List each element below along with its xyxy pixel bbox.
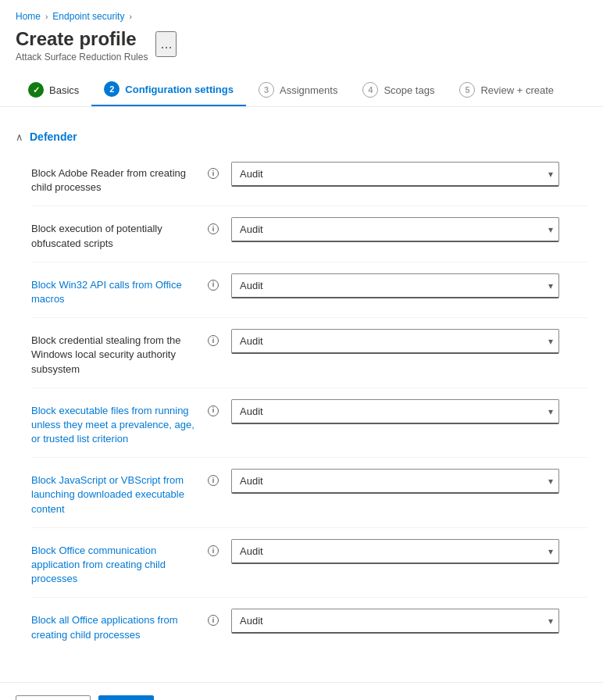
step-circle-basics: ✓ (28, 82, 44, 98)
section-chevron: ∧ (16, 131, 23, 143)
setting-row-3: Block credential stealing from the Windo… (31, 318, 587, 388)
wizard-nav: ✓ Basics 2 Configuration settings 3 Assi… (0, 72, 603, 107)
content-area: ∧ Defender Block Adobe Reader from creat… (0, 107, 603, 669)
setting-row-7: Block all Office applications from creat… (31, 598, 587, 652)
setting-label-2: Block Win32 API calls from Office macros… (31, 273, 219, 306)
setting-row-5: Block JavaScript or VBScript from launch… (31, 458, 587, 528)
setting-label-text-3: Block credential stealing from the Windo… (31, 334, 205, 377)
setting-control-4: Not configured Audit Block Warn Disable … (231, 399, 587, 424)
wizard-step-scope[interactable]: 4 Scope tags (350, 73, 447, 105)
step-circle-config: 2 (104, 81, 120, 97)
dropdown-wrapper-4: Not configured Audit Block Warn Disable … (231, 399, 559, 424)
info-icon-7[interactable]: i (208, 615, 219, 626)
setting-label-text-6: Block Office communication application f… (31, 544, 205, 587)
wizard-step-basics[interactable]: ✓ Basics (16, 73, 91, 105)
setting-label-3: Block credential stealing from the Windo… (31, 329, 219, 377)
step-circle-review: 5 (459, 82, 475, 98)
setting-label-5: Block JavaScript or VBScript from launch… (31, 469, 219, 516)
dropdown-2[interactable]: Not configured Audit Block Warn Disable (231, 273, 559, 298)
breadcrumb-home[interactable]: Home (16, 11, 41, 22)
step-label-assignments: Assignments (280, 84, 337, 96)
wizard-step-config[interactable]: 2 Configuration settings (91, 72, 246, 106)
settings-list: Block Adobe Reader from creating child p… (31, 151, 587, 653)
setting-label-4: Block executable files from running unle… (31, 399, 219, 447)
setting-control-0: Not configured Audit Block Warn Disable … (231, 162, 587, 187)
setting-row-1: Block execution of potentially obfuscate… (31, 206, 587, 262)
page-subtitle: Attack Surface Reduction Rules (16, 52, 148, 62)
setting-row-2: Block Win32 API calls from Office macros… (31, 262, 587, 318)
breadcrumb: Home › Endpoint security › (0, 0, 603, 25)
setting-control-6: Not configured Audit Block Warn Disable … (231, 539, 587, 564)
setting-label-text-2: Block Win32 API calls from Office macros (31, 278, 205, 306)
info-icon-2[interactable]: i (208, 280, 219, 291)
setting-label-text-5: Block JavaScript or VBScript from launch… (31, 473, 205, 516)
step-circle-scope: 4 (362, 82, 378, 98)
setting-control-1: Not configured Audit Block Warn Disable … (231, 217, 587, 242)
next-button[interactable]: Next (98, 695, 154, 700)
setting-label-text-0: Block Adobe Reader from creating child p… (31, 166, 205, 195)
setting-label-text-7: Block all Office applications from creat… (31, 613, 205, 641)
breadcrumb-sep-1: › (45, 12, 48, 21)
breadcrumb-sep-2: › (129, 12, 131, 21)
setting-control-3: Not configured Audit Block Warn Disable … (231, 329, 587, 354)
step-label-review: Review + create (480, 84, 554, 96)
info-icon-4[interactable]: i (208, 405, 219, 416)
dropdown-1[interactable]: Not configured Audit Block Warn Disable (231, 217, 559, 242)
dropdown-wrapper-2: Not configured Audit Block Warn Disable … (231, 273, 559, 298)
dropdown-4[interactable]: Not configured Audit Block Warn Disable (231, 399, 559, 424)
setting-row-4: Block executable files from running unle… (31, 388, 587, 459)
info-icon-6[interactable]: i (208, 545, 219, 556)
page-header: Create profile Attack Surface Reduction … (0, 25, 603, 72)
setting-label-text-4: Block executable files from running unle… (31, 404, 205, 447)
section-header-defender[interactable]: ∧ Defender (16, 123, 587, 151)
section-title: Defender (30, 130, 77, 143)
dropdown-wrapper-5: Not configured Audit Block Warn Disable … (231, 469, 559, 494)
breadcrumb-endpoint-security[interactable]: Endpoint security (52, 11, 124, 22)
wizard-step-review[interactable]: 5 Review + create (447, 73, 566, 105)
setting-label-6: Block Office communication application f… (31, 539, 219, 587)
wizard-step-assignments[interactable]: 3 Assignments (246, 73, 350, 105)
dropdown-wrapper-7: Not configured Audit Block Warn Disable … (231, 609, 559, 634)
info-icon-5[interactable]: i (208, 475, 219, 486)
step-circle-assignments: 3 (259, 82, 274, 98)
info-icon-1[interactable]: i (208, 223, 219, 234)
dropdown-wrapper-1: Not configured Audit Block Warn Disable … (231, 217, 559, 242)
setting-control-2: Not configured Audit Block Warn Disable … (231, 273, 587, 298)
page-wrapper: Home › Endpoint security › Create profil… (0, 0, 603, 700)
dropdown-7[interactable]: Not configured Audit Block Warn Disable (231, 609, 559, 634)
setting-control-7: Not configured Audit Block Warn Disable … (231, 609, 587, 634)
setting-row-0: Block Adobe Reader from creating child p… (31, 151, 587, 206)
setting-label-text-1: Block execution of potentially obfuscate… (31, 222, 205, 250)
dropdown-wrapper-0: Not configured Audit Block Warn Disable … (231, 162, 559, 187)
step-label-scope: Scope tags (384, 84, 434, 96)
info-icon-0[interactable]: i (208, 168, 219, 179)
dropdown-wrapper-3: Not configured Audit Block Warn Disable … (231, 329, 559, 354)
page-header-text: Create profile Attack Surface Reduction … (16, 28, 148, 62)
dropdown-5[interactable]: Not configured Audit Block Warn Disable (231, 469, 559, 494)
setting-label-1: Block execution of potentially obfuscate… (31, 217, 219, 250)
setting-label-0: Block Adobe Reader from creating child p… (31, 162, 219, 195)
step-label-config: Configuration settings (125, 84, 234, 95)
dropdown-0[interactable]: Not configured Audit Block Warn Disable (231, 162, 559, 187)
setting-control-5: Not configured Audit Block Warn Disable … (231, 469, 587, 494)
dropdown-3[interactable]: Not configured Audit Block Warn Disable (231, 329, 559, 354)
dropdown-wrapper-6: Not configured Audit Block Warn Disable … (231, 539, 559, 564)
setting-row-6: Block Office communication application f… (31, 528, 587, 598)
page-title: Create profile (16, 28, 148, 50)
page-footer: Previous Next (0, 682, 603, 700)
previous-button[interactable]: Previous (16, 695, 91, 700)
step-label-basics: Basics (49, 84, 79, 96)
more-button[interactable]: ... (155, 31, 177, 57)
setting-label-7: Block all Office applications from creat… (31, 609, 219, 641)
dropdown-6[interactable]: Not configured Audit Block Warn Disable (231, 539, 559, 564)
info-icon-3[interactable]: i (208, 335, 219, 346)
